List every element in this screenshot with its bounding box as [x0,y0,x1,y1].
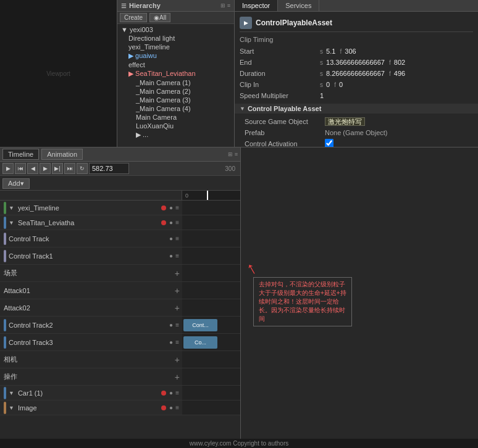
track-name: Attack01 [4,287,165,294]
track-lock-btn[interactable]: ≡ [175,321,180,328]
tab-timeline[interactable]: Timeline [2,149,39,160]
annotation-area: ↑ 去掉对勾，不渲染的父级别粒子大于子级别最大的生命+延迟+持续时间之和！这层时… [241,147,478,448]
track-mute-btn[interactable]: ● [169,321,174,328]
track-row[interactable]: Control Track2●≡Cont... [0,317,240,334]
track-clip-area [182,265,240,281]
clip-in-value: s 0 f 0 [320,81,473,88]
hierarchy-item[interactable]: LuoXuanQiu [117,122,234,130]
track-row[interactable]: Attack01+ [0,282,240,299]
track-lock-btn[interactable]: ≡ [175,339,180,346]
track-row[interactable]: 操作+ [0,368,240,386]
hierarchy-item[interactable]: ▶ ... [117,130,234,139]
group-expand-btn[interactable]: + [172,286,182,296]
track-mute-btn[interactable]: ● [169,219,174,226]
track-row[interactable]: 场景+ [0,265,240,282]
track-clip-area [182,215,240,230]
track-lock-btn[interactable]: ≡ [175,204,180,211]
activation-label: Control Activation [245,140,325,147]
track-name: Control Track1 [9,252,166,260]
playhead [207,191,208,200]
track-scroll[interactable]: 0 ▼yexi_Timeline●≡▼SeaTitan_Leviatha●≡Co… [0,191,240,448]
track-mute-btn[interactable]: ● [169,404,174,411]
control-asset-header: ▼ Control Playable Asset [235,104,478,114]
track-icons: ●≡ [169,204,182,211]
track-label: 相机+ [0,355,182,365]
time-input[interactable]: 582.73 [89,163,129,174]
track-dot [161,405,166,410]
clip-timing-title: Clip Timing [240,35,473,44]
start-button[interactable]: ⏮ [15,163,26,174]
preview-button[interactable]: ▶ [2,163,14,174]
track-clip[interactable]: Co... [183,336,217,349]
track-row[interactable]: ▼yexi_Timeline●≡ [0,201,240,215]
prefab-value: None (Game Object) [325,129,473,136]
top-area: Viewport ☰ Hierarchy ⊞ ≡ Create ◉All ▼ y… [0,0,478,147]
track-mute-btn[interactable]: ● [169,389,174,396]
track-name: 相机 [4,355,165,364]
play-button[interactable]: ▶ [40,163,51,174]
tab-services[interactable]: Services [278,0,319,11]
create-button[interactable]: Create [120,13,147,22]
track-clip-area [182,201,240,215]
track-lock-btn[interactable]: ≡ [175,389,180,396]
track-row[interactable]: Control Track3●≡Co... [0,334,240,351]
track-row[interactable]: Control Track●≡ [0,230,240,247]
activation-checkbox[interactable] [325,139,333,147]
hierarchy-item[interactable]: ▼ yexi003 [117,25,234,34]
track-row[interactable]: ▼Car1 (1)●≡ [0,386,240,400]
track-mute-btn[interactable]: ● [169,204,174,211]
track-clip[interactable]: Cont... [183,319,217,331]
track-lock-btn[interactable]: ≡ [175,252,180,259]
track-name: Attack02 [4,304,165,312]
track-label: 场景+ [0,268,182,278]
hierarchy-item[interactable]: _Main Camera (2) [117,87,234,96]
loop-button[interactable]: ↻ [77,163,88,174]
tab-animation[interactable]: Animation [41,149,83,160]
track-row[interactable]: ▼Image●≡ [0,400,240,415]
hierarchy-item[interactable]: ▶ guaiwu [117,51,234,60]
group-expand-btn[interactable]: + [172,355,182,365]
track-row[interactable]: Control Track1●≡ [0,247,240,265]
component-title: ControlPlayableAsset [256,19,332,27]
main-layout: Viewport ☰ Hierarchy ⊞ ≡ Create ◉All ▼ y… [0,0,478,448]
hierarchy-item[interactable]: effect [117,60,234,69]
group-expand-btn[interactable]: + [172,268,182,278]
track-clip-area [182,368,240,385]
group-expand-btn[interactable]: + [172,372,182,382]
track-label: ▼Image●≡ [0,402,182,414]
prev-button[interactable]: ◀ [27,163,38,174]
hierarchy-item[interactable]: _Main Camera (4) [117,104,234,113]
track-icons: ●≡ [169,339,182,346]
left-viewport: Viewport [0,0,117,147]
track-name: Image [18,404,156,412]
tab-inspector[interactable]: Inspector [235,0,278,11]
track-dot [161,391,166,396]
inspector-tabs: Inspector Services [235,0,478,12]
hierarchy-item[interactable]: _Main Camera (1) [117,78,234,87]
hierarchy-item[interactable]: Main Camera [117,113,234,122]
group-expand-btn[interactable]: + [172,303,182,313]
hierarchy-item[interactable]: _Main Camera (3) [117,96,234,104]
track-row[interactable]: Attack02+ [0,299,240,317]
track-lock-btn[interactable]: ≡ [175,235,180,242]
track-mute-btn[interactable]: ● [169,252,174,259]
track-row[interactable]: 相机+ [0,351,240,368]
hierarchy-item[interactable]: ▶ SeaTitan_Leviathan [117,69,234,78]
track-lock-btn[interactable]: ≡ [175,219,180,226]
hierarchy-item[interactable]: yexi_Timeline [117,43,234,51]
track-mute-btn[interactable]: ● [169,339,174,346]
next-button[interactable]: ▶| [52,163,63,174]
track-mute-btn[interactable]: ● [169,235,174,242]
add-track-bar: Add▾ [0,176,240,191]
track-row[interactable]: ▼SeaTitan_Leviatha●≡ [0,215,240,230]
all-button[interactable]: ◉All [149,13,170,22]
track-label: Control Track3●≡ [0,336,182,349]
hierarchy-item[interactable]: Directional light [117,34,234,43]
track-label: Attack02+ [0,303,182,313]
duration-row: Duration s 8.26666666666667 f 496 [240,68,473,79]
source-row: Source Game Object 激光炮特写 [245,116,473,127]
end-button[interactable]: ⏭ [64,163,75,174]
track-lock-btn[interactable]: ≡ [175,404,180,411]
add-track-button[interactable]: Add▾ [2,178,30,189]
bottom-area: Timeline Animation ⊞ ≡ ▶ ⏮ ◀ ▶ ▶| ⏭ ↻ 58… [0,147,478,448]
